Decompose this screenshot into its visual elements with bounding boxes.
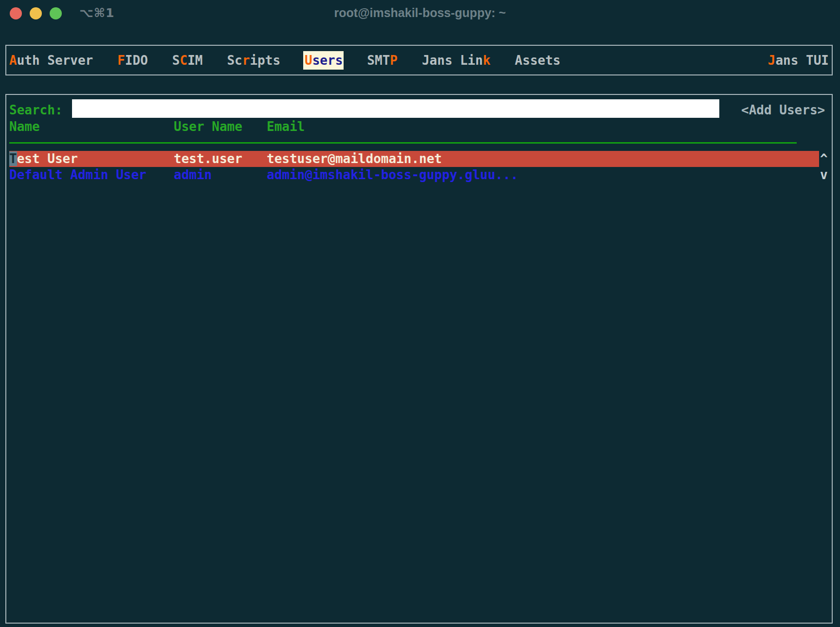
- search-input[interactable]: [72, 99, 719, 118]
- menu-item-users[interactable]: Users: [303, 51, 344, 70]
- hotkey-letter: C: [180, 53, 187, 68]
- hotkey-letter: P: [390, 53, 398, 68]
- menu-item-scripts[interactable]: Scripts: [227, 53, 280, 68]
- cell-email: admin@imshakil-boss-guppy.gluu...: [267, 167, 518, 183]
- menu-item-smtp[interactable]: SMTP: [367, 53, 398, 68]
- cell-name: Default Admin User: [9, 167, 146, 183]
- column-header-email: Email: [267, 119, 305, 134]
- menu-item-fido[interactable]: FIDO: [117, 53, 148, 68]
- hotkey-letter: r: [242, 53, 250, 68]
- menu-item-auth-server[interactable]: Auth Server: [9, 53, 93, 68]
- header-separator-line: [9, 142, 797, 144]
- window-title: root@imshakil-boss-guppy: ~: [0, 6, 840, 20]
- titlebar: ⌥⌘1 root@imshakil-boss-guppy: ~: [0, 0, 840, 27]
- column-header-username: User Name: [174, 119, 242, 134]
- search-label: Search:: [9, 103, 63, 117]
- menu-bar: Auth ServerFIDOSCIMScriptsUsersSMTPJans …: [5, 45, 833, 75]
- cell-username: test.user: [174, 151, 242, 167]
- add-users-button[interactable]: <Add Users>: [741, 103, 825, 117]
- cell-username: admin: [174, 167, 212, 183]
- users-panel: Search: <Add Users> Name User Name Email…: [5, 94, 833, 624]
- cell-name: Test User: [9, 151, 78, 167]
- table-row[interactable]: Default Admin Useradminadmin@imshakil-bo…: [9, 167, 819, 183]
- scroll-up-indicator[interactable]: ^: [820, 151, 830, 167]
- menu-bar-items: Auth ServerFIDOSCIMScriptsUsersSMTPJans …: [9, 53, 561, 68]
- hotkey-letter: U: [305, 53, 312, 68]
- terminal-cursor: T: [9, 151, 17, 166]
- scroll-down-indicator[interactable]: v: [820, 167, 830, 183]
- app-brand-label: Jans TUI: [768, 53, 829, 68]
- hotkey-letter: F: [117, 53, 125, 68]
- table-row[interactable]: Test Usertest.usertestuser@maildomain.ne…: [9, 151, 819, 167]
- menu-item-assets[interactable]: Assets: [515, 53, 561, 68]
- menu-item-scim[interactable]: SCIM: [172, 53, 203, 68]
- table-column-headers: Name User Name Email: [6, 119, 834, 135]
- hotkey-letter: J: [768, 53, 776, 68]
- menu-item-jans-link[interactable]: Jans Link: [422, 53, 491, 68]
- column-header-name: Name: [9, 119, 40, 134]
- hotkey-letter: k: [483, 53, 491, 68]
- cell-email: testuser@maildomain.net: [267, 151, 442, 167]
- hotkey-letter: A: [9, 53, 17, 68]
